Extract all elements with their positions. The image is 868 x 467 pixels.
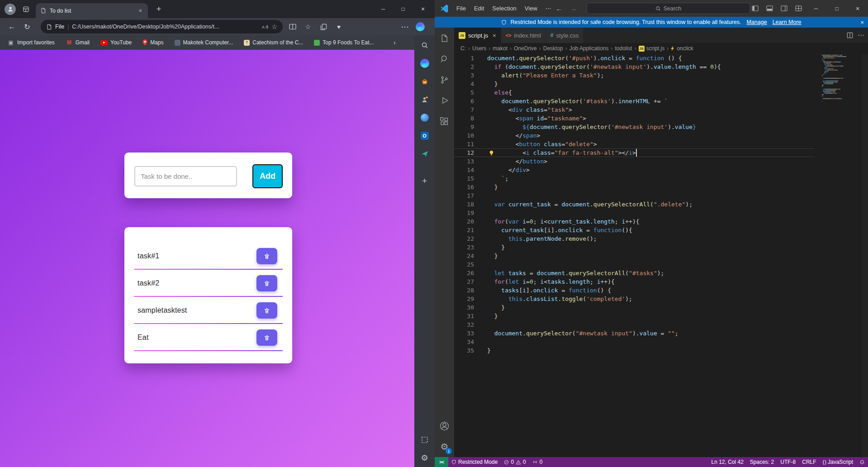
code-line-35[interactable]: 35} [454,346,815,355]
banner-close-icon[interactable]: × [860,19,864,26]
menu-edit[interactable]: Edit [470,0,488,17]
ports-status[interactable]: 0 [529,457,546,467]
tab-close-icon[interactable]: × [493,32,496,39]
browser-tab[interactable]: To do list × [36,3,148,18]
editor-tab-style-css[interactable]: #style.css [546,28,584,43]
favorite-top-9-foods-to-eat[interactable]: Top 9 Foods To Eat... [314,39,374,46]
code-line-33[interactable]: 33 document.querySelector("#newtask inpu… [454,329,815,338]
toggle-panel-icon[interactable] [763,2,776,15]
code-line-23[interactable]: 23 } [454,243,815,252]
run-debug-icon[interactable] [435,90,454,111]
code-line-31[interactable]: 31 } [454,312,815,320]
code-line-7[interactable]: 7 <div class="task"> [454,105,815,114]
breadcrumb-makot[interactable]: makot [493,45,508,52]
learn-more-link[interactable]: Learn More [773,19,802,25]
breadcrumb-onedrive[interactable]: OneDrive [514,45,537,52]
extensions-icon[interactable] [435,111,454,132]
code-line-10[interactable]: 10 </span> [454,131,815,140]
indentation-status[interactable]: Spaces: 2 [747,457,777,467]
code-line-22[interactable]: 22 this.parentNode.remove(); [454,234,815,243]
code-line-25[interactable]: 25 [454,260,815,269]
read-aloud-icon[interactable]: A [261,24,268,30]
favorite-maps[interactable]: Maps [142,39,163,46]
sidebar-add-icon[interactable]: + [414,172,435,190]
sidebar-tools-icon[interactable] [414,109,435,127]
restore-button[interactable]: □ [826,0,847,17]
delete-task-button[interactable] [256,329,277,346]
profile-avatar[interactable] [5,4,16,15]
editor-tab-index-html[interactable]: <>index.html [501,28,546,43]
language-status[interactable]: { }JavaScript [820,457,856,467]
code-line-14[interactable]: 14 </div> [454,166,815,174]
code-editor[interactable]: 1document.querySelector('#push').onclick… [454,54,868,457]
address-bar[interactable]: File | C:/Users/makot/OneDrive/Desktop/J… [41,20,283,33]
settings-more-icon[interactable]: ⋯ [398,20,411,33]
favorite-import-favorites[interactable]: ▣Import favorites [7,39,55,46]
close-button[interactable]: × [413,0,433,18]
search-icon[interactable] [435,48,454,69]
code-line-8[interactable]: 8 <span id="taskname"> [454,114,815,123]
breadcrumb-desktop[interactable]: Desktop [543,45,563,52]
split-editor-icon[interactable] [847,32,853,38]
code-line-28[interactable]: 28 tasks[i].onclick = function() { [454,286,815,295]
address-url[interactable]: C:/Users/makot/OneDrive/Desktop/Job%20Ap… [72,24,258,30]
code-line-1[interactable]: 1document.querySelector('#push').onclick… [454,54,815,62]
code-line-34[interactable]: 34 [454,338,815,346]
restricted-mode-status[interactable]: Restricted Mode [448,457,501,467]
nav-back-icon[interactable]: ← [556,5,562,12]
task-input[interactable] [134,166,237,186]
code-line-11[interactable]: 11 <button class="delete"> [454,140,815,148]
maximize-button[interactable]: □ [393,0,413,18]
problems-status[interactable]: 0 0 [501,457,529,467]
add-task-button[interactable]: Add [252,164,283,188]
eol-status[interactable]: CRLF [799,457,819,467]
editor-tab-script-js[interactable]: JSscript.js× [454,28,501,43]
code-line-6[interactable]: 6 document.querySelector('#tasks').inner… [454,97,815,105]
browser-essentials-icon[interactable]: ♥ [332,20,345,33]
code-line-13[interactable]: 13 </button> [454,157,815,166]
code-line-2[interactable]: 2 if (document.querySelector('#newtask i… [454,62,815,71]
workspaces-icon[interactable] [19,3,32,15]
favorite-gmail[interactable]: MGmail [66,39,90,46]
code-line-18[interactable]: 18 var current_task = document.querySele… [454,200,815,209]
breadcrumb-c[interactable]: C: [460,45,466,52]
more-actions-icon[interactable]: ⋯ [858,31,864,39]
minimize-button[interactable]: ─ [806,0,826,17]
favorites-bar-icon[interactable]: ☆ [302,20,314,33]
menu-more-icon[interactable]: ⋯ [541,0,555,17]
tab-close-icon[interactable]: × [137,7,143,14]
code-line-12[interactable]: 12 <i class="far fa-trash-alt"></i> [454,148,815,157]
breadcrumb-todolist[interactable]: todolist [615,45,632,52]
manage-link[interactable]: Manage [746,19,767,25]
sidebar-copilot-icon[interactable] [414,54,435,72]
breadcrumb-job-applications[interactable]: Job Applications [569,45,609,52]
breadcrumb-script-js[interactable]: JSscript.js [639,45,665,52]
source-control-icon[interactable] [435,69,454,90]
sidebar-shopping-icon[interactable] [414,72,435,91]
cursor-position-status[interactable]: Ln 12, Col 42 [708,457,746,467]
split-screen-icon[interactable] [286,20,299,33]
code-line-26[interactable]: 26 let tasks = document.querySelectorAll… [454,269,815,277]
copilot-icon[interactable] [414,20,427,33]
code-line-20[interactable]: 20 for(var i=0; i<current_task.length; i… [454,217,815,226]
close-button[interactable]: × [847,0,868,17]
favorite-makotek-computer[interactable]: Makotek Computer... [175,39,233,46]
menu-view[interactable]: View [521,0,541,17]
favorites-overflow-chevron[interactable]: › [394,39,396,46]
sidebar-settings-icon[interactable]: ⚙ [414,449,435,467]
code-line-4[interactable]: 4 } [454,80,815,88]
remote-indicator[interactable]: >< [435,457,448,467]
new-tab-button[interactable]: + [152,3,165,15]
sidebar-people-icon[interactable] [414,91,435,109]
sidebar-drop-icon[interactable] [414,145,435,163]
sidebar-search-icon[interactable] [414,36,435,54]
encoding-status[interactable]: UTF-8 [777,457,799,467]
sidebar-screenshot-icon[interactable] [414,431,435,449]
code-line-16[interactable]: 16 } [454,183,815,191]
minimize-button[interactable]: ─ [373,0,393,18]
nav-forward-icon[interactable]: → [570,5,577,12]
code-line-5[interactable]: 5 else{ [454,88,815,97]
code-line-3[interactable]: 3 alert("Please Enter a Task"); [454,71,815,80]
settings-gear-icon[interactable]: ⚙ 1 [435,436,454,457]
code-line-32[interactable]: 32 [454,320,815,329]
